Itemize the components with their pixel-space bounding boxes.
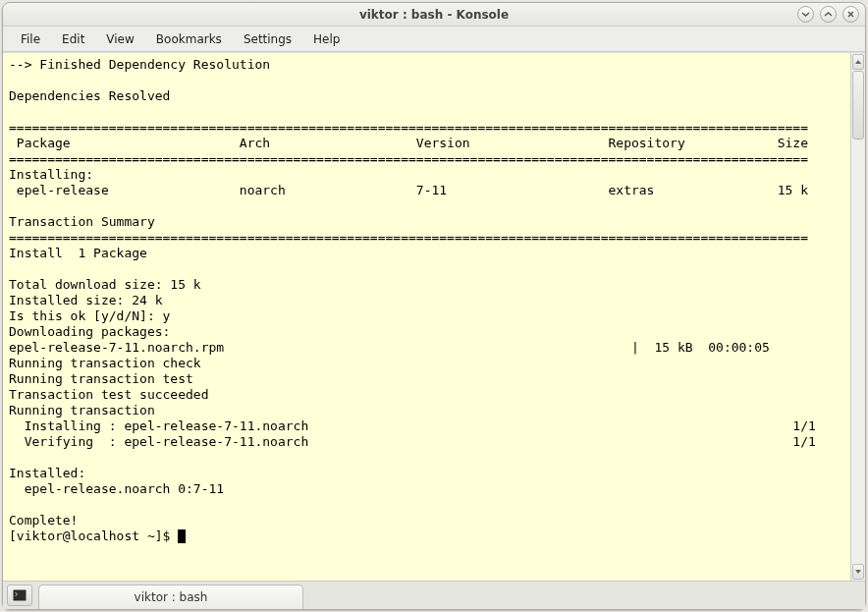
menu-bookmarks[interactable]: Bookmarks — [146, 29, 232, 49]
minimize-button[interactable] — [797, 6, 814, 23]
maximize-button[interactable] — [820, 6, 837, 23]
terminal-line: Installing: — [9, 167, 93, 182]
terminal[interactable]: --> Finished Dependency Resolution Depen… — [3, 53, 850, 581]
tabbar: viktor : bash — [3, 581, 865, 609]
terminal-cursor — [178, 529, 186, 543]
terminal-line: ========================================… — [9, 151, 808, 166]
scroll-down-button[interactable] — [852, 564, 864, 580]
menu-edit[interactable]: Edit — [52, 29, 94, 49]
terminal-line: Verifying : epel-release-7-11.noarch 1/1 — [9, 434, 816, 449]
terminal-prompt: [viktor@localhost ~]$ — [9, 529, 178, 543]
window-title: viktor : bash - Konsole — [3, 8, 865, 22]
menubar: File Edit View Bookmarks Settings Help — [3, 27, 865, 52]
window-buttons — [797, 6, 859, 23]
terminal-line: Installed: — [9, 466, 85, 480]
terminal-line: Complete! — [9, 513, 78, 528]
terminal-line: Running transaction — [9, 403, 155, 417]
scrollbar-thumb[interactable] — [852, 71, 864, 139]
close-icon — [846, 10, 855, 19]
chevron-down-icon — [801, 10, 810, 19]
terminal-line: Downloading packages: — [9, 324, 170, 339]
menu-help[interactable]: Help — [303, 29, 350, 49]
terminal-line: Installing : epel-release-7-11.noarch 1/… — [9, 418, 816, 433]
svg-rect-0 — [14, 590, 27, 601]
terminal-icon — [13, 589, 27, 601]
terminal-line: epel-release.noarch 0:7-11 — [9, 481, 224, 496]
terminal-line: epel-release noarch 7-11 extras 15 k — [9, 183, 808, 197]
scroll-up-button[interactable] — [852, 54, 864, 70]
terminal-line: epel-release-7-11.noarch.rpm | 15 kB 00:… — [9, 340, 770, 355]
terminal-area: --> Finished Dependency Resolution Depen… — [3, 52, 865, 581]
terminal-line: Installed size: 24 k — [9, 293, 163, 307]
terminal-line: Transaction Summary — [9, 214, 155, 229]
menu-view[interactable]: View — [96, 29, 143, 49]
titlebar: viktor : bash - Konsole — [3, 3, 865, 27]
close-button[interactable] — [842, 6, 859, 23]
menu-file[interactable]: File — [11, 29, 50, 49]
new-tab-button[interactable] — [7, 584, 32, 606]
terminal-line: Package Arch Version Repository Size — [9, 136, 808, 150]
terminal-line: Install 1 Package — [9, 246, 147, 260]
terminal-line: Running transaction test — [9, 371, 193, 386]
chevron-up-icon — [824, 10, 833, 19]
terminal-line: Dependencies Resolved — [9, 88, 170, 103]
scrollbar-track[interactable] — [851, 71, 865, 563]
terminal-line: Is this ok [y/d/N]: y — [9, 308, 170, 323]
konsole-window: viktor : bash - Konsole File Edit View B… — [2, 2, 866, 610]
menu-settings[interactable]: Settings — [234, 29, 301, 49]
terminal-line: Total download size: 15 k — [9, 277, 201, 292]
terminal-line: --> Finished Dependency Resolution — [9, 57, 270, 72]
terminal-line: Running transaction check — [9, 356, 201, 370]
tab-active[interactable]: viktor : bash — [38, 584, 303, 609]
triangle-down-icon — [854, 569, 862, 575]
terminal-line: ========================================… — [9, 230, 808, 245]
terminal-line: ========================================… — [9, 120, 808, 135]
terminal-line: Transaction test succeeded — [9, 387, 209, 402]
triangle-up-icon — [854, 59, 862, 65]
scrollbar[interactable] — [850, 53, 865, 581]
tab-label: viktor : bash — [135, 590, 208, 604]
